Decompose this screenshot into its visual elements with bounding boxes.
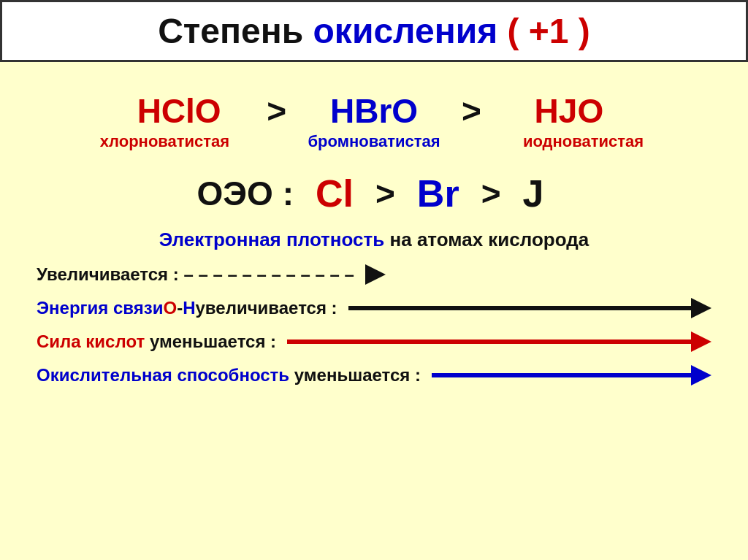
ed-part1: Электронная плотность bbox=[159, 229, 385, 250]
gt2: > bbox=[462, 91, 481, 131]
acids-subtitle-row: хлорноватистая бромноватистая иодноватис… bbox=[29, 132, 719, 151]
uvelich-arrowhead bbox=[365, 264, 386, 285]
main-content: HClO > HBrO > HJO хлорноватистая бромнов… bbox=[0, 62, 748, 393]
sila-end: уменьшается : bbox=[145, 331, 276, 352]
energia-h: H bbox=[183, 298, 195, 318]
okisl-label-blue: Окислительная способность bbox=[37, 365, 289, 386]
oeo-row: ОЭО : Cl > Br > J bbox=[29, 172, 719, 215]
energia-o: O bbox=[163, 298, 177, 318]
uvelich-row: Увеличивается : – – – – – – – – – – – – bbox=[29, 264, 719, 285]
oeo-cl: Cl bbox=[316, 172, 354, 215]
oeo-gt2: > bbox=[481, 174, 501, 213]
sila-arrowhead bbox=[691, 331, 711, 352]
sila-label-red: Сила кислот bbox=[37, 331, 145, 352]
sila-arrow-line bbox=[287, 340, 691, 344]
okisl-end: уменьшается : bbox=[289, 365, 421, 386]
energia-end: увеличивается : bbox=[196, 298, 337, 318]
header-part1: Степень bbox=[158, 12, 303, 50]
oeo-br: Br bbox=[417, 172, 459, 215]
uvelich-arrow bbox=[365, 272, 711, 277]
energia-arrow bbox=[348, 306, 711, 310]
hclo-label: HClO bbox=[113, 91, 245, 131]
energia-row: Энергия связи O - H увеличивается : bbox=[29, 298, 719, 318]
page-header: Степень окисления ( +1 ) bbox=[0, 0, 748, 62]
oeo-j: J bbox=[523, 172, 544, 215]
okisl-arrowhead bbox=[691, 365, 711, 386]
oeo-gt1: > bbox=[375, 174, 395, 213]
header-part2: окисления bbox=[313, 12, 498, 50]
ed-part2: на атомах кислорода bbox=[390, 229, 589, 250]
okisl-arrow-line bbox=[432, 373, 691, 377]
energia-label-blue: Энергия связи bbox=[37, 298, 163, 318]
sub-hbro: бромноватистая bbox=[308, 132, 440, 151]
sub-hjo: иодноватистая bbox=[518, 132, 649, 151]
energia-dash: - bbox=[177, 298, 183, 318]
energia-arrow-line bbox=[348, 306, 691, 310]
okisl-row: Окислительная способность уменьшается : bbox=[29, 365, 719, 386]
oeo-label: ОЭО : bbox=[197, 174, 294, 213]
header-part3: ( +1 ) bbox=[507, 12, 589, 50]
sila-row: Сила кислот уменьшается : bbox=[29, 331, 719, 352]
electron-density-row: Электронная плотность на атомах кислород… bbox=[29, 229, 719, 251]
energia-arrowhead bbox=[691, 298, 711, 318]
uvelich-label: Увеличивается : – – – – – – – – – – – – bbox=[37, 264, 354, 285]
acids-row: HClO > HBrO > HJO bbox=[29, 91, 719, 131]
okisl-arrow bbox=[432, 373, 711, 377]
hbro-label: HBrO bbox=[308, 91, 440, 131]
sub-hclo: хлорноватистая bbox=[99, 132, 230, 151]
sila-arrow bbox=[287, 340, 711, 344]
gt1: > bbox=[267, 91, 286, 131]
hjo-label: HJO bbox=[503, 91, 635, 131]
